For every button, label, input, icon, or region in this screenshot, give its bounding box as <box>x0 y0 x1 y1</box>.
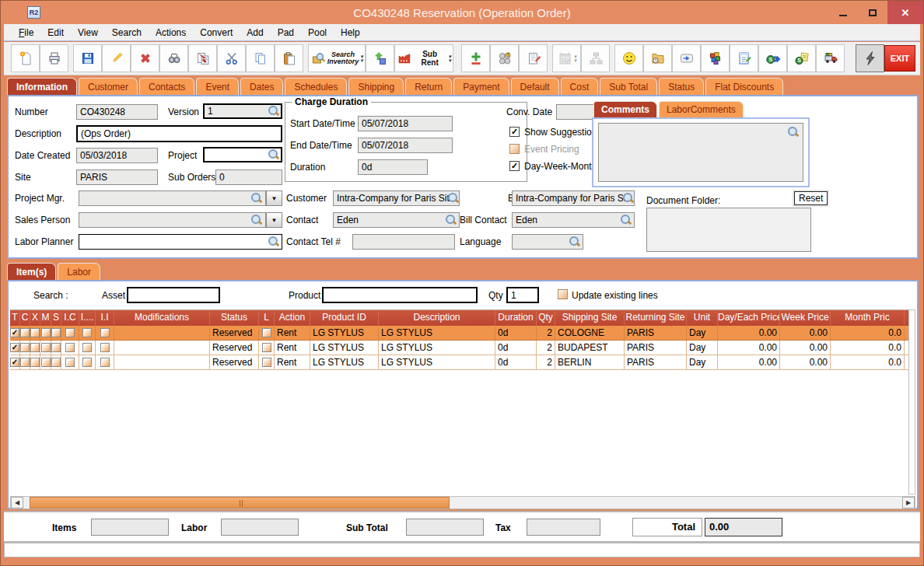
tab-shipping[interactable]: Shipping <box>348 78 404 95</box>
row-checkbox-ii[interactable] <box>100 328 110 337</box>
table-row[interactable]: Reserved Rent LG STYLUS LG STYLUS 0d 2 C… <box>10 326 909 341</box>
exit-button[interactable]: EXIT <box>884 45 915 72</box>
sales-forward-button[interactable]: S <box>758 44 787 72</box>
col-header-c[interactable]: C <box>20 310 30 326</box>
col-header-x[interactable]: X <box>30 310 40 326</box>
delivery-truck-button[interactable] <box>816 44 845 72</box>
site-field[interactable] <box>76 169 158 185</box>
row-checkbox-x[interactable] <box>30 358 40 367</box>
tab-schedules[interactable]: Schedules <box>285 78 347 95</box>
col-header-modifications[interactable]: Modifications <box>114 310 210 326</box>
col-header-status[interactable]: Status <box>210 310 259 326</box>
col-header-month-price[interactable]: Month Pric <box>831 310 905 326</box>
close-button[interactable]: ✕ <box>887 1 923 24</box>
save-button[interactable] <box>73 44 102 72</box>
col-header-description[interactable]: Description <box>379 310 495 326</box>
asset-search-input[interactable] <box>127 287 220 303</box>
inventory-blocks-button[interactable] <box>701 44 730 72</box>
find-button[interactable] <box>159 44 188 72</box>
end-date-field[interactable] <box>358 138 453 153</box>
comments-lookup-icon[interactable] <box>788 127 799 138</box>
tab-information[interactable]: Information <box>7 78 77 95</box>
row-checkbox-c[interactable] <box>20 328 30 337</box>
language-lookup-icon[interactable] <box>569 236 580 247</box>
bill-to-lookup-icon[interactable] <box>623 193 634 204</box>
customer-field[interactable] <box>333 190 460 206</box>
tab-cost[interactable]: Cost <box>561 78 599 95</box>
tab-event[interactable]: Event <box>196 78 239 95</box>
table-row[interactable]: Reserved Rent LG STYLUS LG STYLUS 0d 2 B… <box>10 355 909 370</box>
sub-rent-button[interactable]: Sub Rent ▾▾ <box>394 44 453 72</box>
customer-lookup-icon[interactable] <box>448 193 459 204</box>
col-header-l[interactable]: L <box>259 310 275 326</box>
duration-field[interactable] <box>358 159 428 175</box>
tab-flat-discounts[interactable]: Flat Discounts <box>705 78 783 95</box>
date-created-field[interactable] <box>76 148 158 163</box>
comments-textarea[interactable] <box>598 123 803 182</box>
tab-status[interactable]: Status <box>659 78 704 95</box>
horizontal-scrollbar[interactable]: ◀ ▶ <box>10 496 915 509</box>
row-checkbox-ii[interactable] <box>100 358 110 367</box>
labor-planner-lookup-icon[interactable] <box>268 236 279 247</box>
equipment-3d-button[interactable] <box>366 44 394 72</box>
row-checkbox-s[interactable] <box>51 358 61 367</box>
col-header-i[interactable]: I.... <box>79 310 96 326</box>
col-header-duration[interactable]: Duration <box>495 310 537 326</box>
col-header-returning-site[interactable]: Returning Site <box>625 310 687 326</box>
show-suggestions-checkbox[interactable] <box>509 127 520 137</box>
start-date-field[interactable] <box>358 116 453 131</box>
row-checkbox-x[interactable] <box>30 343 40 352</box>
tab-payment[interactable]: Payment <box>453 78 509 95</box>
folder-clock-button[interactable] <box>643 44 672 72</box>
col-header-action[interactable]: Action <box>275 310 310 326</box>
scrollbar-track[interactable] <box>23 497 902 508</box>
tab-return[interactable]: Return <box>405 78 452 95</box>
tab-sub-total[interactable]: Sub Total <box>600 78 657 95</box>
add-remove-button[interactable] <box>461 44 490 72</box>
number-field[interactable] <box>76 104 158 120</box>
tab-default[interactable]: Default <box>511 78 559 95</box>
col-header-t[interactable]: T <box>10 310 20 326</box>
row-checkbox-ic[interactable] <box>65 358 75 367</box>
sub-rent-dropdown-icon[interactable]: ▾▾ <box>448 54 451 62</box>
labor-planner-field[interactable] <box>79 234 282 250</box>
copy-button[interactable] <box>246 44 275 72</box>
qty-input[interactable] <box>506 287 539 303</box>
row-checkbox-ic[interactable] <box>65 343 75 352</box>
row-checkbox-i[interactable] <box>82 328 92 337</box>
version-lookup-icon[interactable] <box>268 106 279 117</box>
bill-contact-field[interactable] <box>512 212 635 228</box>
project-mgr-field[interactable] <box>79 190 266 206</box>
update-existing-checkbox[interactable] <box>558 289 568 299</box>
menu-convert[interactable]: Convert <box>193 26 240 40</box>
sales-person-lookup-icon[interactable] <box>251 215 262 225</box>
menu-search[interactable]: Search <box>105 26 149 40</box>
row-checkbox-s[interactable] <box>51 328 61 337</box>
menu-view[interactable]: View <box>71 26 105 40</box>
edit-button[interactable] <box>102 44 131 72</box>
project-mgr-dropdown-button[interactable]: ▼ <box>266 190 282 206</box>
tab-labor-comments[interactable]: LaborComments <box>659 101 744 117</box>
row-checkbox-m[interactable] <box>41 358 51 367</box>
contact-tel-field[interactable] <box>352 234 455 250</box>
menu-file[interactable]: File <box>12 26 40 40</box>
vertical-scrollbar[interactable] <box>908 309 915 494</box>
quick-actions-button[interactable] <box>856 44 884 72</box>
contact-lookup-icon[interactable] <box>446 215 457 225</box>
print-button[interactable] <box>40 44 68 72</box>
row-checkbox-ii[interactable] <box>100 343 110 352</box>
row-checkbox-c[interactable] <box>20 358 30 367</box>
col-header-ic[interactable]: I.C <box>61 310 79 326</box>
description-field[interactable] <box>76 125 282 142</box>
row-checkbox-s[interactable] <box>51 343 61 352</box>
table-row[interactable]: Reserved Rent LG STYLUS LG STYLUS 0d 2 B… <box>10 341 909 355</box>
smiley-button[interactable] <box>614 44 643 72</box>
row-checkbox-c[interactable] <box>20 343 30 352</box>
menu-help[interactable]: Help <box>334 26 367 40</box>
menu-pad[interactable]: Pad <box>271 26 301 40</box>
row-checkbox-t[interactable] <box>10 358 19 367</box>
row-checkbox-i[interactable] <box>82 343 92 352</box>
col-header-m[interactable]: M <box>40 310 51 326</box>
row-checkbox-m[interactable] <box>41 343 51 352</box>
dwm-pricing-checkbox[interactable] <box>509 161 520 171</box>
